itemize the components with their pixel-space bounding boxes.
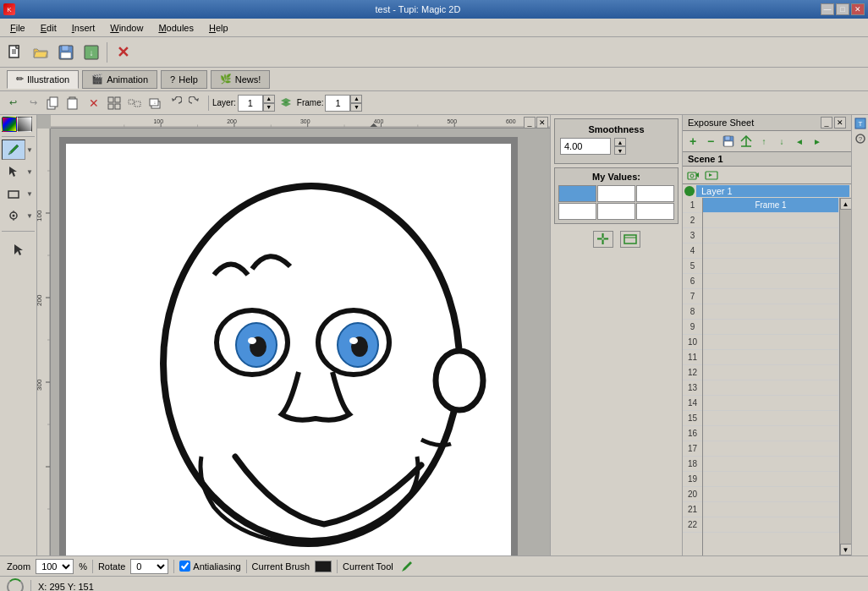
exposure-minimize-btn[interactable]: _	[821, 117, 832, 129]
frame-cell-19[interactable]	[703, 472, 839, 487]
rotate-cc-btn[interactable]	[166, 94, 184, 112]
exp-next-btn[interactable]: ►	[809, 133, 826, 150]
color-cell-3[interactable]	[636, 185, 674, 202]
exp-remove-btn[interactable]: −	[702, 133, 719, 150]
frame-cell-16[interactable]	[703, 426, 839, 441]
draw-tool-btn[interactable]	[2, 140, 25, 160]
zoom-select[interactable]: 100 50 150 200	[36, 559, 74, 574]
frame-cell-4[interactable]	[703, 244, 839, 259]
layer-spin-up[interactable]: ▲	[263, 95, 275, 103]
frame-cell-20[interactable]	[703, 487, 839, 502]
edit-action-btn[interactable]	[620, 231, 640, 248]
layer-name[interactable]: Layer 1	[696, 185, 849, 197]
rotate-select[interactable]: 0 90 180 270	[130, 559, 168, 574]
open-button[interactable]	[29, 41, 52, 64]
move-back-btn[interactable]: ↓	[146, 94, 164, 112]
minimize-button[interactable]: —	[821, 3, 834, 15]
canvas-scroll[interactable]	[51, 129, 550, 555]
color-picker2-btn[interactable]	[17, 117, 32, 132]
frame-cell-15[interactable]	[703, 411, 839, 426]
frame-cell-1[interactable]: Frame 1	[703, 198, 839, 213]
frame-cell-3[interactable]	[703, 228, 839, 244]
grid-btn[interactable]	[105, 94, 124, 112]
color-picker-btn[interactable]	[2, 117, 17, 132]
add-action-btn[interactable]: ✛	[593, 231, 613, 248]
exp-prev-btn[interactable]: ◄	[791, 133, 808, 150]
frames-scrollbar[interactable]: ▲ ▼	[839, 198, 851, 555]
layer-input[interactable]: 1	[238, 95, 263, 112]
undo-btn[interactable]: ↩	[3, 94, 22, 112]
restore-button[interactable]: □	[836, 3, 849, 15]
exposure-close-btn[interactable]: ✕	[834, 117, 846, 129]
layer-spinbox[interactable]: 1 ▲ ▼	[238, 95, 275, 112]
tab-illustration[interactable]: ✏ Illustration	[7, 70, 79, 89]
tiny-icon-1[interactable]: T	[854, 117, 867, 130]
view-tool-arrow[interactable]: ▼	[25, 205, 34, 226]
menu-edit[interactable]: Edit	[34, 21, 63, 35]
frame-cell-12[interactable]	[703, 365, 839, 380]
canvas-minimize-btn[interactable]: _	[524, 117, 536, 129]
canvas-drawing[interactable]	[66, 144, 511, 555]
frame-input[interactable]: 1	[325, 95, 350, 112]
frame-cell-14[interactable]	[703, 396, 839, 411]
color-cell-4[interactable]	[558, 203, 596, 220]
smoothness-up[interactable]: ▲	[614, 138, 626, 146]
smoothness-down[interactable]: ▼	[614, 146, 626, 155]
frame-spinbox[interactable]: 1 ▲ ▼	[325, 95, 362, 112]
paste-btn[interactable]	[64, 94, 83, 112]
menu-modules[interactable]: Modules	[151, 21, 201, 35]
frame-cell-7[interactable]	[703, 289, 839, 304]
color-cell-1[interactable]	[558, 185, 596, 202]
frame-cell-21[interactable]	[703, 502, 839, 517]
group-btn[interactable]	[125, 94, 144, 112]
frames-list[interactable]: Frame 1	[703, 198, 839, 555]
exp-export-btn[interactable]	[738, 133, 755, 150]
scroll-up-arrow[interactable]: ▲	[840, 198, 852, 210]
save-button[interactable]	[54, 41, 78, 64]
antialiasing-checkbox[interactable]	[179, 561, 190, 572]
frame-cell-5[interactable]	[703, 259, 839, 274]
scroll-down-arrow[interactable]: ▼	[840, 544, 852, 555]
close-project-button[interactable]: ✕	[111, 41, 135, 64]
canvas-close-btn[interactable]: ✕	[536, 117, 548, 129]
new-button[interactable]	[3, 41, 27, 64]
tab-animation[interactable]: 🎬 Animation	[82, 70, 157, 89]
tab-help[interactable]: ? Help	[161, 70, 207, 89]
canvas-area[interactable]: _ ✕ 100 200 300 400 500 600	[37, 115, 550, 555]
frame-cell-11[interactable]	[703, 350, 839, 365]
view-tool-btn[interactable]	[2, 205, 25, 226]
scroll-track[interactable]	[840, 210, 852, 544]
menu-insert[interactable]: Insert	[65, 21, 102, 35]
menu-window[interactable]: Window	[103, 21, 150, 35]
close-button[interactable]: ✕	[851, 3, 865, 15]
frame-cell-8[interactable]	[703, 304, 839, 320]
menu-file[interactable]: File	[3, 21, 32, 35]
menu-help[interactable]: Help	[202, 21, 235, 35]
select-tool-arrow[interactable]: ▼	[25, 161, 34, 182]
shape-tool-arrow[interactable]: ▼	[25, 183, 34, 204]
exp-down-btn[interactable]: ↓	[773, 133, 790, 150]
frame-cell-18[interactable]	[703, 457, 839, 472]
delete-btn[interactable]: ✕	[85, 94, 103, 112]
color-cell-6[interactable]	[636, 203, 674, 220]
frame-cell-13[interactable]	[703, 380, 839, 396]
frame-cell-17[interactable]	[703, 441, 839, 457]
frame-cell-6[interactable]	[703, 274, 839, 289]
select-tool-btn[interactable]	[2, 161, 25, 182]
exp-add-btn[interactable]: +	[684, 133, 701, 150]
color-cell-2[interactable]	[597, 185, 635, 202]
exp-save-btn[interactable]	[720, 133, 737, 150]
rotate-c-btn[interactable]	[186, 94, 205, 112]
frame-cell-2[interactable]	[703, 213, 839, 228]
frame-cell-9[interactable]	[703, 320, 839, 335]
export-button[interactable]: ↓	[80, 41, 103, 64]
layer-spin-down[interactable]: ▼	[263, 103, 275, 112]
frame-spin-up[interactable]: ▲	[350, 95, 362, 103]
tiny-icon-2[interactable]: ?	[854, 132, 867, 145]
camera2-icon-btn[interactable]	[703, 168, 720, 182]
copy-btn[interactable]	[44, 94, 63, 112]
shape-tool-btn[interactable]	[2, 183, 25, 204]
exp-up-btn[interactable]: ↑	[755, 133, 772, 150]
frame-cell-10[interactable]	[703, 335, 839, 350]
camera-icon-btn[interactable]	[684, 168, 701, 182]
